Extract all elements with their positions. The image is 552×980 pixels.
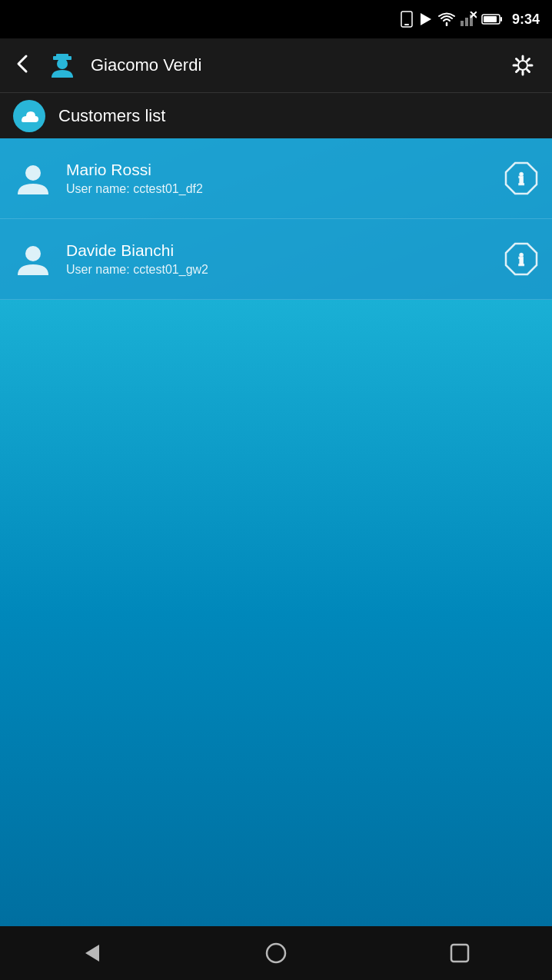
nav-home-button[interactable] xyxy=(249,934,303,972)
customer-info-mario: Mario Rossi User name: cctest01_df2 xyxy=(66,161,490,196)
svg-point-16 xyxy=(25,165,41,181)
info-button-davide[interactable]: i xyxy=(503,241,540,277)
svg-text:i: i xyxy=(519,169,524,188)
svg-text:i: i xyxy=(519,250,524,269)
nav-back-button[interactable] xyxy=(65,934,119,972)
app-bar: Giacomo Verdi Customers list xyxy=(0,38,552,138)
customer-name-2: Davide Bianchi xyxy=(66,241,490,260)
customers-list-title: Customers list xyxy=(58,106,165,126)
svg-rect-12 xyxy=(56,54,68,58)
customer-item-mario[interactable]: Mario Rossi User name: cctest01_df2 i xyxy=(0,138,552,219)
svg-rect-3 xyxy=(461,21,464,26)
main-content: Mario Rossi User name: cctest01_df2 i Da… xyxy=(0,138,552,926)
customer-info-davide: Davide Bianchi User name: cctest01_gw2 xyxy=(66,241,490,277)
customers-header: Customers list xyxy=(0,92,552,138)
status-bar: 9:34 xyxy=(0,0,552,38)
status-time: 9:34 xyxy=(512,12,540,28)
svg-rect-10 xyxy=(484,16,497,22)
back-button[interactable] xyxy=(12,53,34,78)
svg-rect-1 xyxy=(404,24,409,25)
svg-marker-22 xyxy=(85,945,99,962)
signal-icon xyxy=(460,12,477,27)
svg-point-19 xyxy=(25,246,41,261)
wifi-icon xyxy=(438,12,455,26)
svg-point-23 xyxy=(267,944,285,962)
customer-avatar-icon-2 xyxy=(12,238,54,280)
svg-point-14 xyxy=(519,61,527,69)
svg-rect-24 xyxy=(451,945,468,962)
customer-username-2: User name: cctest01_gw2 xyxy=(66,263,490,277)
status-icons: 9:34 xyxy=(400,11,540,28)
svg-point-13 xyxy=(57,58,68,69)
customer-username-1: User name: cctest01_df2 xyxy=(66,182,490,196)
play-icon xyxy=(418,12,434,27)
cloud-logo-icon xyxy=(12,99,46,133)
bottom-nav xyxy=(0,926,552,980)
battery-icon xyxy=(481,13,503,25)
customer-name-1: Mario Rossi xyxy=(66,161,490,179)
phone-icon xyxy=(400,11,414,28)
settings-button[interactable] xyxy=(506,48,540,82)
customer-avatar-icon-1 xyxy=(12,158,54,199)
info-button-mario[interactable]: i xyxy=(503,160,540,197)
app-bar-title: Giacomo Verdi xyxy=(91,55,495,75)
svg-marker-2 xyxy=(421,13,431,25)
customer-item-davide[interactable]: Davide Bianchi User name: cctest01_gw2 i xyxy=(0,219,552,300)
empty-area xyxy=(0,300,552,926)
user-avatar-icon xyxy=(45,48,80,83)
app-bar-top: Giacomo Verdi xyxy=(0,38,552,92)
svg-rect-4 xyxy=(465,18,468,26)
svg-rect-9 xyxy=(500,17,502,22)
nav-recent-button[interactable] xyxy=(433,934,487,972)
